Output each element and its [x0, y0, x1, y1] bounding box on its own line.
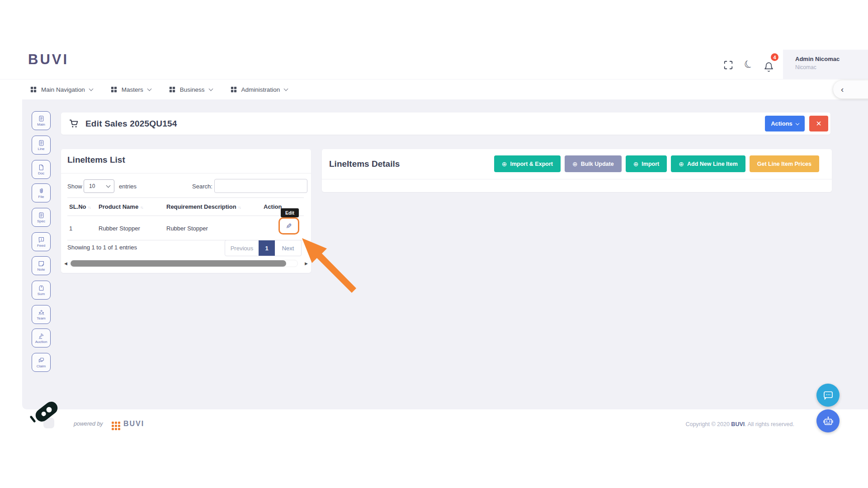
sidebar-item-note[interactable]: Note	[32, 256, 51, 275]
pagination-previous[interactable]: Previous	[225, 240, 259, 256]
close-page-button[interactable]: ×	[809, 116, 828, 131]
collapse-panel-button[interactable]: ‹	[833, 80, 868, 99]
nav-item-administration[interactable]: Administration	[231, 86, 288, 93]
plus-circle-icon: ⊕	[679, 160, 684, 168]
grid-icon	[111, 86, 117, 93]
main-nav: Main Navigation Masters Business Adminis…	[0, 79, 868, 99]
details-button-group: ⊕ Import & Export ⊕ Bulk Update ⊕ Import…	[494, 155, 819, 172]
sidebar-item-file[interactable]: File	[32, 183, 51, 202]
sidebar-item-label: Sum	[38, 292, 45, 296]
column-header-requirement-description[interactable]: Requirement Description↑↓	[166, 203, 264, 210]
cart-icon	[69, 119, 79, 129]
buvi-logo: BUVI	[28, 52, 69, 68]
column-header-product-name[interactable]: Product Name↑↓	[99, 203, 166, 210]
sidebar-item-label: Claim	[37, 364, 46, 368]
page-title: Edit Sales 2025QU154	[85, 119, 177, 129]
sidebar-item-label: Main	[37, 122, 45, 127]
show-label: Show	[67, 183, 82, 190]
sort-icon: ↑↓	[140, 206, 143, 210]
sidebar-item-label: Line	[38, 147, 44, 151]
chat-double-icon	[38, 357, 45, 364]
nav-label: Administration	[241, 86, 280, 93]
divider	[61, 173, 311, 174]
chevron-down-icon	[796, 121, 799, 125]
entries-label: entries	[119, 183, 137, 190]
actions-button[interactable]: Actions	[765, 116, 805, 131]
horizontal-scrollbar-thumb[interactable]	[71, 260, 286, 267]
chevron-left-icon: ‹	[841, 84, 844, 94]
chat-widget-button[interactable]	[816, 384, 840, 407]
sidebar-item-label: Note	[38, 267, 45, 272]
edit-row-button[interactable]: ✎	[286, 222, 292, 230]
fullscreen-icon[interactable]	[722, 59, 734, 71]
document-lines-icon	[38, 212, 45, 219]
sidebar-item-label: Feed	[37, 244, 45, 248]
bot-assistant-button[interactable]	[816, 409, 840, 432]
scroll-left-arrow[interactable]: ◄	[63, 261, 68, 266]
nav-item-masters[interactable]: Masters	[111, 86, 151, 93]
sidebar-item-feed[interactable]: Feed	[32, 232, 51, 251]
chevron-down-icon	[208, 86, 213, 91]
chat-alert-icon	[38, 236, 45, 243]
robot-eye	[45, 406, 53, 413]
user-menu[interactable]: Admin Nicomac Nicomac	[783, 50, 868, 79]
sidebar-item-label: File	[38, 195, 44, 199]
get-line-item-prices-button[interactable]: Get Line Item Prices	[750, 155, 819, 172]
sort-icon: ↑↓	[88, 206, 91, 210]
lineitems-list-title: LineItems List	[67, 155, 125, 165]
chevron-down-icon	[89, 86, 93, 91]
footer-brand: BUVI	[123, 420, 144, 428]
lineitems-list-card: LineItems List Show 10 entries Search: S…	[61, 149, 311, 273]
paperclip-icon	[38, 188, 45, 194]
nav-item-business[interactable]: Business	[169, 86, 212, 93]
note-icon	[38, 260, 45, 267]
sidebar-item-spec[interactable]: Spec	[32, 208, 51, 227]
table-header-row: SL.No↑↓ Product Name↑↓ Requirement Descr…	[67, 197, 304, 216]
plus-circle-icon: ⊕	[572, 160, 578, 168]
scroll-right-arrow[interactable]: ►	[304, 261, 309, 266]
bulk-update-button[interactable]: ⊕ Bulk Update	[565, 155, 622, 172]
sidebar-item-label: Team	[37, 316, 46, 320]
sidebar-item-auction[interactable]: Auction	[32, 328, 51, 347]
tag-icon	[38, 285, 45, 291]
plus-circle-icon: ⊕	[502, 160, 507, 168]
page-size-value: 10	[89, 183, 95, 189]
page-title-bar: Edit Sales 2025QU154 Actions ×	[61, 113, 830, 135]
pagination-next[interactable]: Next	[275, 240, 301, 256]
user-name: Admin Nicomac	[795, 56, 868, 62]
cell-requirement-description: Rubber Stopper	[166, 225, 264, 232]
import-export-button[interactable]: ⊕ Import & Export	[494, 155, 561, 172]
search-label: Search:	[192, 183, 212, 190]
gavel-icon	[38, 333, 45, 339]
column-header-slno[interactable]: SL.No↑↓	[67, 203, 99, 210]
nav-label: Business	[180, 86, 205, 93]
pagination: Previous 1 Next	[225, 240, 302, 256]
notifications-bell-icon[interactable]	[763, 61, 774, 73]
sidebar-item-line[interactable]: Line	[32, 136, 51, 155]
edit-tooltip: Edit	[281, 208, 299, 217]
actions-label: Actions	[771, 120, 793, 127]
chevron-down-icon	[284, 86, 288, 91]
add-new-line-item-button[interactable]: ⊕ Add New Line Item	[671, 155, 745, 172]
chat-bubble-icon	[823, 390, 834, 401]
cell-slno: 1	[67, 225, 99, 232]
robot-icon	[822, 415, 834, 427]
import-button[interactable]: ⊕ Import	[626, 155, 667, 172]
pagination-page-1[interactable]: 1	[259, 240, 275, 256]
nav-item-main-navigation[interactable]: Main Navigation	[30, 86, 93, 93]
dark-mode-moon-icon[interactable]: ☾	[741, 56, 757, 73]
page-size-select[interactable]: 10	[84, 179, 114, 193]
sidebar-item-doc[interactable]: Doc	[32, 160, 51, 179]
grid-icon	[231, 86, 237, 93]
lineitems-details-card: LineItems Details ⊕ Import & Export ⊕ Bu…	[322, 149, 832, 192]
search-input[interactable]	[214, 179, 307, 193]
sidebar-item-main[interactable]: Main	[32, 111, 51, 130]
edit-button-highlight: ✎	[278, 217, 299, 235]
grid-icon	[169, 86, 175, 93]
sidebar-item-team[interactable]: Team	[32, 305, 51, 324]
buvi-dot-logo-icon	[112, 422, 120, 430]
sidebar-item-sum[interactable]: Sum	[32, 281, 51, 300]
entries-summary: Showing 1 to 1 of 1 entries	[67, 244, 137, 251]
powered-by-label: powered by	[74, 421, 103, 427]
sidebar-item-claim[interactable]: Claim	[32, 353, 51, 372]
